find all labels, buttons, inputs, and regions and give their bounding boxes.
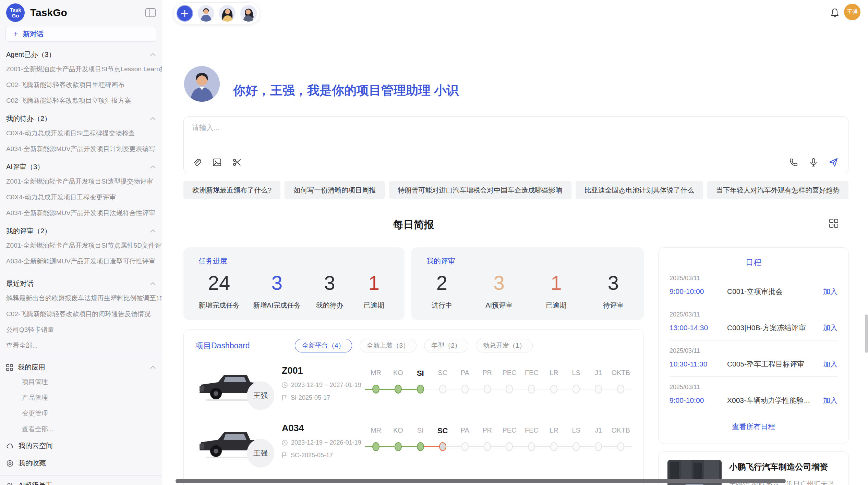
sidebar-item-cloud-space[interactable]: 我的云空间 [0,437,162,455]
new-chat-button[interactable]: + 新对话 [5,26,156,42]
stat-label: 我的待办 [314,301,345,310]
user-avatar[interactable]: 王强 [844,4,860,20]
join-button[interactable]: 加入 [823,359,837,369]
milestone-label-PEC: PEC [498,369,521,378]
join-button[interactable]: 加入 [823,287,837,296]
app-item-change-mgmt[interactable]: 变更管理 [0,406,162,421]
scissors-icon[interactable] [232,157,242,167]
send-icon[interactable] [828,157,839,167]
suggestion-chip[interactable]: 比亚迪全固态电池计划具体说了什么 [576,181,703,199]
sidebar-collapse-icon[interactable] [145,8,156,17]
image-upload-icon[interactable] [212,157,222,167]
view-all-chats-link[interactable]: 查看全部... [0,338,162,353]
recent-chat-item[interactable]: C02-飞腾新能源轻客改款项目的闭环通告反馈情况 [0,306,162,322]
section-ai-review[interactable]: AI评审（3） [0,157,162,174]
sidebar-item[interactable]: A034-全新新能源MUV产品开发项目造型可行性评审 [0,253,162,269]
milestone-dot-J1[interactable] [595,385,602,394]
milestone-dot-LR[interactable] [550,442,557,451]
milestone-dot-PR[interactable] [484,442,491,451]
section-agent-done[interactable]: Agent已办（3） [0,45,162,61]
sidebar-item-ai-employee[interactable]: AI超级员工 [0,476,162,485]
milestone-dot-KO[interactable] [395,385,402,394]
sidebar-item[interactable]: Z001-全新燃油轻卡产品开发项目SI节点属性5D文件评审 [0,238,162,253]
milestone-dot-LS[interactable] [572,442,580,451]
project-row[interactable]: 王强 A034 2023-12-19 ~ 2026-01-19 SC-2025-… [195,422,632,468]
milestone-dot-PEC[interactable] [506,442,513,451]
horizontal-scrollbar[interactable] [176,479,786,483]
sidebar-item[interactable]: A034-全新新能源MUV产品开发项目计划变更表编写 [0,141,162,157]
app-item-product-mgmt[interactable]: 产品管理 [0,390,162,406]
milestone-dot-SC[interactable] [439,442,446,451]
filter-chip[interactable]: 动总开发（1） [476,339,533,352]
project-row[interactable]: 王强 Z001 2023-12-19 ~ 2027-01-19 SI-2025-… [195,365,632,410]
milestone-dot-PEC[interactable] [506,385,513,394]
milestone-dot-SI[interactable] [417,385,424,394]
milestone-dot-OKTB[interactable] [617,385,624,394]
agent-avatar-2[interactable] [219,5,236,22]
sidebar-item[interactable]: A034-全新新能源MUV产品开发项目法规符合性评审 [0,205,162,221]
view-all-schedule-link[interactable]: 查看所有日程 [670,413,837,440]
suggestion-chip[interactable]: 欧洲新规最近颁布了什么? [183,181,280,199]
milestone-dot-PA[interactable] [461,385,469,394]
stat-row: 24 新增完成任务 3 新增AI完成任务 3 我的待办 1 已逾期 [198,272,389,310]
sidebar-item[interactable]: C0X4-动力总成开发项目工程变更评审 [0,189,162,205]
milestone-dot-KO[interactable] [395,442,402,451]
stat-value: 1 [541,272,571,294]
filter-chip[interactable]: 全新平台（4） [295,339,352,352]
sidebar-item[interactable]: C0X4-动力总成开发项目SI里程碑提交物检查 [0,125,162,141]
phone-call-icon[interactable] [788,157,799,167]
milestone-dot-PR[interactable] [484,385,491,394]
milestone-dot-SC[interactable] [439,385,446,394]
milestone-dot-PA[interactable] [461,442,469,451]
briefing-layout-icon[interactable] [829,219,839,228]
sidebar-item-favorites[interactable]: 我的收藏 [0,455,162,472]
section-my-review[interactable]: 我的评审（2） [0,221,162,238]
filter-chip[interactable]: 全新上装（3） [360,339,417,352]
milestone-dot-SI[interactable] [417,442,424,451]
notification-bell-icon[interactable] [830,8,841,18]
section-my-apps[interactable]: 我的应用 [0,358,162,374]
chat-input[interactable] [192,123,706,147]
join-button[interactable]: 加入 [823,323,837,333]
stat-value: 2 [426,272,457,294]
agent-avatar-3[interactable] [240,5,257,22]
milestone-dot-OKTB[interactable] [617,442,624,451]
milestone-dot-MR[interactable] [372,442,379,451]
app-item-project-mgmt[interactable]: 项目管理 [0,374,162,390]
suggestion-chip[interactable]: 如何写一份清晰的项目周报 [285,181,385,199]
milestone-label-MR: MR [365,426,387,435]
agent-avatar-1[interactable] [198,5,214,22]
chevron-up-icon[interactable] [150,229,156,233]
suggestion-chip[interactable]: 特朗普可能对进口汽车增税会对中国车企造成哪些影响 [389,181,571,199]
milestone-dot-LR[interactable] [550,385,557,394]
sidebar-item-label: 我的收藏 [19,459,46,468]
stat-label: 进行中 [426,301,457,310]
milestone-dot-LS[interactable] [572,385,580,394]
milestone-dot-MR[interactable] [372,385,379,394]
add-agent-button[interactable] [177,5,193,22]
attachment-icon[interactable] [192,157,202,167]
milestone-label-MR: MR [365,369,387,378]
sidebar-item[interactable]: C02-飞腾新能源轻客改款项目里程碑画布 [0,77,162,93]
microphone-icon[interactable] [808,157,819,167]
recent-chat-item[interactable]: 公司Q3轻卡销量 [0,322,162,338]
recent-chat-item[interactable]: 解释最新出台的欧盟报废车法规再生塑料比例被调至15%... [0,290,162,306]
suggestion-chip[interactable]: 当下年轻人对汽车外观有怎样的喜好趋势 [707,181,848,199]
chevron-up-icon[interactable] [150,366,156,369]
sidebar-item[interactable]: Z001-全新燃油轻卡产品开发项目SI造型提交物评审 [0,174,162,189]
sidebar-item[interactable]: C02-飞腾新能源轻客改款项目立项汇报方案 [0,93,162,109]
sidebar-item[interactable]: Z001-全新燃油皮卡产品开发项目SI节点Lesson Learn报告 [0,61,162,77]
section-my-todo[interactable]: 我的待办（2） [0,109,162,125]
chevron-up-icon[interactable] [150,282,156,285]
milestone-dot-J1[interactable] [595,442,602,451]
section-recent-chats[interactable]: 最近对话 [0,274,162,290]
milestone-dot-FEC[interactable] [528,385,535,394]
join-button[interactable]: 加入 [823,396,837,405]
view-all-apps-link[interactable]: 查看全部... [0,421,162,437]
chevron-up-icon[interactable] [150,53,156,56]
chevron-up-icon[interactable] [150,117,156,120]
vertical-scrollbar[interactable] [865,314,868,353]
milestone-dot-FEC[interactable] [528,442,535,451]
chevron-up-icon[interactable] [150,165,156,169]
filter-chip[interactable]: 年型（2） [424,339,468,352]
